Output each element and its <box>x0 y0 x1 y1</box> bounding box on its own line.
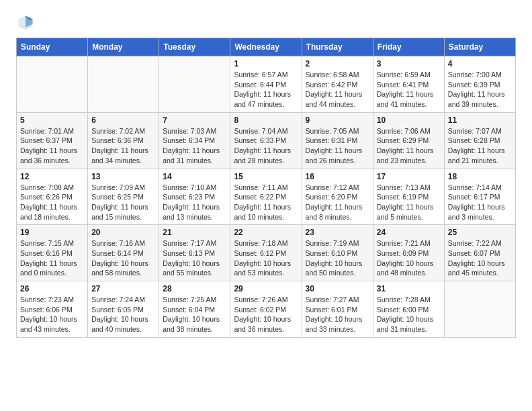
day-number: 8 <box>234 116 298 125</box>
calendar-cell: 7Sunrise: 7:03 AM Sunset: 6:34 PM Daylig… <box>159 112 230 169</box>
calendar-week-row: 12Sunrise: 7:08 AM Sunset: 6:26 PM Dayli… <box>17 169 516 225</box>
calendar-cell: 30Sunrise: 7:27 AM Sunset: 6:01 PM Dayli… <box>302 281 373 338</box>
day-info: Sunrise: 7:07 AM Sunset: 6:28 PM Dayligh… <box>448 126 512 166</box>
day-info: Sunrise: 7:17 AM Sunset: 6:13 PM Dayligh… <box>163 238 226 278</box>
calendar-cell: 18Sunrise: 7:14 AM Sunset: 6:17 PM Dayli… <box>444 169 515 225</box>
day-info: Sunrise: 7:04 AM Sunset: 6:33 PM Dayligh… <box>234 126 298 166</box>
day-info: Sunrise: 7:15 AM Sunset: 6:16 PM Dayligh… <box>20 238 84 278</box>
day-info: Sunrise: 6:59 AM Sunset: 6:41 PM Dayligh… <box>377 70 441 109</box>
calendar-cell: 28Sunrise: 7:25 AM Sunset: 6:04 PM Dayli… <box>159 281 230 338</box>
day-number: 27 <box>91 284 155 293</box>
calendar-cell: 26Sunrise: 7:23 AM Sunset: 6:06 PM Dayli… <box>17 281 88 338</box>
day-info: Sunrise: 7:25 AM Sunset: 6:04 PM Dayligh… <box>163 295 226 334</box>
calendar-cell: 10Sunrise: 7:06 AM Sunset: 6:29 PM Dayli… <box>373 112 444 169</box>
day-info: Sunrise: 7:05 AM Sunset: 6:31 PM Dayligh… <box>306 126 369 166</box>
day-number: 29 <box>234 284 298 293</box>
calendar-week-row: 1Sunrise: 6:57 AM Sunset: 6:44 PM Daylig… <box>17 56 516 113</box>
calendar-cell: 29Sunrise: 7:26 AM Sunset: 6:02 PM Dayli… <box>230 281 302 338</box>
day-info: Sunrise: 7:27 AM Sunset: 6:01 PM Dayligh… <box>306 295 369 334</box>
calendar-header-row: SundayMondayTuesdayWednesdayThursdayFrid… <box>17 38 516 56</box>
calendar-cell: 13Sunrise: 7:09 AM Sunset: 6:25 PM Dayli… <box>88 169 159 225</box>
calendar-cell: 16Sunrise: 7:12 AM Sunset: 6:20 PM Dayli… <box>302 169 373 225</box>
page-header <box>16 13 516 32</box>
day-info: Sunrise: 7:23 AM Sunset: 6:06 PM Dayligh… <box>20 295 84 334</box>
day-info: Sunrise: 7:01 AM Sunset: 6:37 PM Dayligh… <box>20 126 84 166</box>
day-number: 7 <box>163 116 226 125</box>
day-number: 26 <box>20 284 84 293</box>
day-info: Sunrise: 7:12 AM Sunset: 6:20 PM Dayligh… <box>306 183 369 222</box>
calendar-cell: 15Sunrise: 7:11 AM Sunset: 6:22 PM Dayli… <box>230 169 302 225</box>
day-number: 11 <box>448 116 512 125</box>
calendar-table: SundayMondayTuesdayWednesdayThursdayFrid… <box>16 38 516 338</box>
logo-icon <box>16 13 35 32</box>
weekday-header: Friday <box>373 38 444 56</box>
day-info: Sunrise: 7:24 AM Sunset: 6:05 PM Dayligh… <box>91 295 155 334</box>
day-number: 20 <box>91 228 155 237</box>
day-number: 24 <box>377 228 441 237</box>
weekday-header: Saturday <box>444 38 515 56</box>
day-info: Sunrise: 7:06 AM Sunset: 6:29 PM Dayligh… <box>377 126 441 166</box>
day-info: Sunrise: 7:16 AM Sunset: 6:14 PM Dayligh… <box>91 238 155 278</box>
day-number: 4 <box>448 59 512 68</box>
calendar-cell: 21Sunrise: 7:17 AM Sunset: 6:13 PM Dayli… <box>159 225 230 281</box>
day-info: Sunrise: 7:02 AM Sunset: 6:36 PM Dayligh… <box>91 126 155 166</box>
day-info: Sunrise: 7:28 AM Sunset: 6:00 PM Dayligh… <box>377 295 441 334</box>
calendar-cell: 17Sunrise: 7:13 AM Sunset: 6:19 PM Dayli… <box>373 169 444 225</box>
day-number: 16 <box>306 172 369 181</box>
day-info: Sunrise: 7:22 AM Sunset: 6:07 PM Dayligh… <box>448 238 512 278</box>
day-number: 10 <box>377 116 441 125</box>
calendar-cell <box>88 56 159 113</box>
day-number: 19 <box>20 228 84 237</box>
calendar-cell: 25Sunrise: 7:22 AM Sunset: 6:07 PM Dayli… <box>444 225 515 281</box>
calendar-cell: 3Sunrise: 6:59 AM Sunset: 6:41 PM Daylig… <box>373 56 444 113</box>
day-number: 31 <box>377 284 441 293</box>
day-number: 6 <box>91 116 155 125</box>
day-number: 5 <box>20 116 84 125</box>
day-info: Sunrise: 7:21 AM Sunset: 6:09 PM Dayligh… <box>377 238 441 278</box>
calendar-cell <box>444 281 515 338</box>
day-info: Sunrise: 7:14 AM Sunset: 6:17 PM Dayligh… <box>448 183 512 222</box>
day-number: 25 <box>448 228 512 237</box>
calendar-week-row: 5Sunrise: 7:01 AM Sunset: 6:37 PM Daylig… <box>17 112 516 169</box>
day-number: 23 <box>306 228 369 237</box>
day-number: 12 <box>20 172 84 181</box>
calendar-week-row: 26Sunrise: 7:23 AM Sunset: 6:06 PM Dayli… <box>17 281 516 338</box>
day-number: 28 <box>163 284 226 293</box>
day-info: Sunrise: 7:26 AM Sunset: 6:02 PM Dayligh… <box>234 295 298 334</box>
calendar-cell <box>17 56 88 113</box>
logo <box>16 13 38 32</box>
day-info: Sunrise: 7:13 AM Sunset: 6:19 PM Dayligh… <box>377 183 441 222</box>
day-info: Sunrise: 7:19 AM Sunset: 6:10 PM Dayligh… <box>306 238 369 278</box>
calendar-cell: 9Sunrise: 7:05 AM Sunset: 6:31 PM Daylig… <box>302 112 373 169</box>
calendar-cell: 11Sunrise: 7:07 AM Sunset: 6:28 PM Dayli… <box>444 112 515 169</box>
weekday-header: Wednesday <box>230 38 302 56</box>
weekday-header: Sunday <box>17 38 88 56</box>
day-number: 13 <box>91 172 155 181</box>
calendar-cell: 5Sunrise: 7:01 AM Sunset: 6:37 PM Daylig… <box>17 112 88 169</box>
calendar-cell <box>159 56 230 113</box>
calendar-cell: 22Sunrise: 7:18 AM Sunset: 6:12 PM Dayli… <box>230 225 302 281</box>
day-info: Sunrise: 7:00 AM Sunset: 6:39 PM Dayligh… <box>448 70 512 109</box>
day-number: 1 <box>234 59 298 68</box>
calendar-cell: 8Sunrise: 7:04 AM Sunset: 6:33 PM Daylig… <box>230 112 302 169</box>
calendar-cell: 1Sunrise: 6:57 AM Sunset: 6:44 PM Daylig… <box>230 56 302 113</box>
day-number: 30 <box>306 284 369 293</box>
weekday-header: Thursday <box>302 38 373 56</box>
calendar-week-row: 19Sunrise: 7:15 AM Sunset: 6:16 PM Dayli… <box>17 225 516 281</box>
calendar-cell: 20Sunrise: 7:16 AM Sunset: 6:14 PM Dayli… <box>88 225 159 281</box>
calendar-cell: 6Sunrise: 7:02 AM Sunset: 6:36 PM Daylig… <box>88 112 159 169</box>
calendar-cell: 14Sunrise: 7:10 AM Sunset: 6:23 PM Dayli… <box>159 169 230 225</box>
day-info: Sunrise: 7:11 AM Sunset: 6:22 PM Dayligh… <box>234 183 298 222</box>
weekday-header: Tuesday <box>159 38 230 56</box>
day-number: 18 <box>448 172 512 181</box>
calendar-cell: 19Sunrise: 7:15 AM Sunset: 6:16 PM Dayli… <box>17 225 88 281</box>
day-number: 2 <box>306 59 369 68</box>
day-number: 21 <box>163 228 226 237</box>
day-number: 15 <box>234 172 298 181</box>
calendar-cell: 24Sunrise: 7:21 AM Sunset: 6:09 PM Dayli… <box>373 225 444 281</box>
day-number: 3 <box>377 59 441 68</box>
day-info: Sunrise: 7:09 AM Sunset: 6:25 PM Dayligh… <box>91 183 155 222</box>
day-info: Sunrise: 6:58 AM Sunset: 6:42 PM Dayligh… <box>306 70 369 109</box>
weekday-header: Monday <box>88 38 159 56</box>
day-number: 22 <box>234 228 298 237</box>
